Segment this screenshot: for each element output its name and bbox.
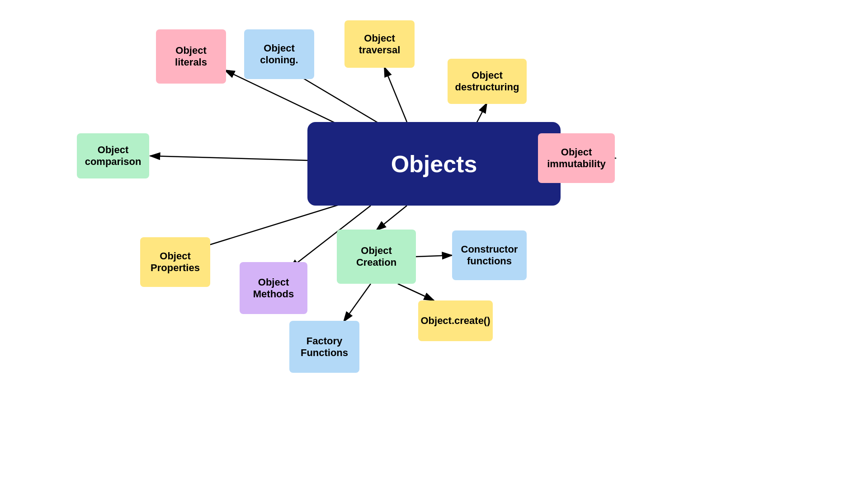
- node-object-comparison: Object comparison: [77, 133, 149, 178]
- node-constructor-functions: Constructor functions: [452, 230, 527, 280]
- svg-line-9: [416, 255, 452, 257]
- node-object-destructuring-label: Object destructuring: [453, 70, 521, 93]
- node-object-methods-label: Object Methods: [245, 277, 302, 300]
- node-factory-functions: Factory Functions: [289, 321, 359, 373]
- node-object-immutability-label: Object immutability: [543, 146, 609, 170]
- node-factory-functions-label: Factory Functions: [295, 335, 354, 359]
- node-object-literals-label: Object literals: [161, 45, 221, 68]
- svg-line-10: [398, 284, 434, 300]
- node-object-comparison-label: Object comparison: [82, 144, 144, 168]
- svg-line-2: [384, 67, 407, 122]
- node-object-literals: Object literals: [156, 29, 226, 84]
- svg-line-6: [198, 203, 344, 249]
- node-object-cloning-label: Object cloning.: [250, 42, 309, 66]
- svg-line-11: [344, 284, 371, 322]
- center-label: Objects: [391, 150, 477, 178]
- node-object-creation: Object Creation: [337, 230, 416, 284]
- node-object-immutability: Object immutability: [538, 133, 615, 183]
- node-object-cloning: Object cloning.: [244, 29, 314, 79]
- svg-line-5: [150, 156, 307, 160]
- node-object-traversal-label: Object traversal: [350, 33, 409, 56]
- node-object-create: Object.create(): [418, 300, 493, 341]
- svg-line-8: [376, 206, 407, 230]
- node-object-properties-label: Object Properties: [146, 250, 205, 274]
- node-object-destructuring: Object destructuring: [448, 59, 527, 104]
- center-node: Objects: [307, 122, 561, 206]
- node-object-create-label: Object.create(): [420, 315, 490, 327]
- node-object-properties: Object Properties: [140, 237, 210, 287]
- mind-map-diagram: Objects Object literals Object cloning. …: [0, 0, 868, 488]
- node-constructor-functions-label: Constructor functions: [458, 244, 521, 267]
- node-object-traversal: Object traversal: [344, 20, 415, 68]
- node-object-methods: Object Methods: [240, 262, 307, 314]
- node-object-creation-label: Object Creation: [342, 245, 410, 268]
- arrows-svg: [0, 0, 868, 488]
